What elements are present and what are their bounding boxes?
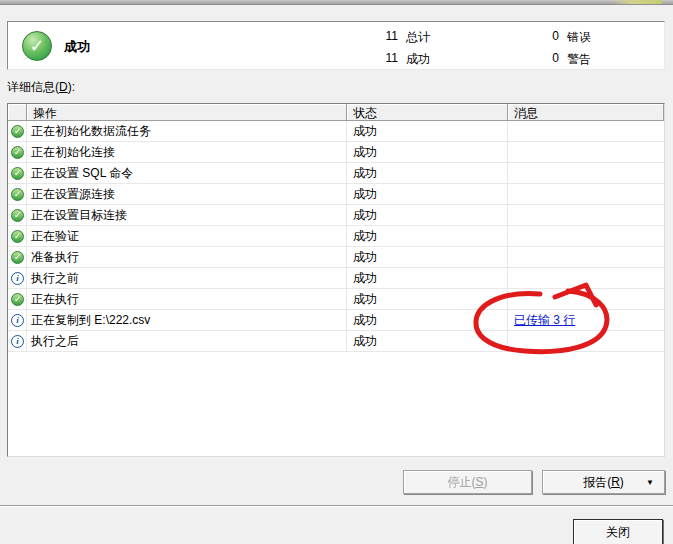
row-message	[508, 142, 664, 163]
row-message	[508, 163, 664, 184]
status-title: 成功	[64, 38, 90, 56]
stat-success: 11 成功	[368, 51, 430, 66]
stat-success-value: 11	[368, 51, 398, 66]
row-status: 成功	[347, 247, 508, 268]
success-check-icon: ✓	[11, 188, 24, 201]
report-button-mnemonic: R	[611, 475, 620, 489]
listview-header: 操作 状态 消息	[8, 104, 664, 121]
success-check-icon: ✓	[11, 146, 24, 159]
stop-button-label-pre: 停止(	[447, 475, 475, 489]
window-top-edge	[0, 0, 673, 5]
row-operation: 正在执行	[27, 289, 347, 310]
success-check-icon: ✓	[22, 31, 52, 61]
stat-error: 0 错误	[529, 29, 591, 44]
success-check-icon: ✓	[11, 125, 24, 138]
row-message	[508, 205, 664, 226]
row-status: 成功	[347, 289, 508, 310]
stat-warning-label: 警告	[567, 51, 591, 66]
report-button[interactable]: 报告(R) ▼	[542, 470, 665, 494]
stat-warning-value: 0	[529, 51, 559, 66]
stat-error-value: 0	[529, 29, 559, 44]
table-row[interactable]: ✓ 正在执行 成功	[8, 289, 664, 310]
row-status: 成功	[347, 142, 508, 163]
table-row[interactable]: ✓ 正在设置 SQL 命令 成功	[8, 163, 664, 184]
row-operation: 正在设置 SQL 命令	[27, 163, 347, 184]
table-row[interactable]: ✓ 准备执行 成功	[8, 247, 664, 268]
table-row-copy-to-csv[interactable]: i 正在复制到 E:\222.csv 成功 已传输 3 行	[8, 310, 664, 331]
details-label-mnemonic: D	[59, 80, 68, 94]
summary-panel: ✓ 成功 11 总计 11 成功 0 错误 0 警告	[7, 21, 665, 70]
row-message	[508, 226, 664, 247]
stat-warning: 0 警告	[529, 51, 591, 66]
table-row[interactable]: i 执行之后 成功	[8, 331, 664, 352]
table-row[interactable]: ✓ 正在初始化数据流任务 成功	[8, 121, 664, 142]
row-status: 成功	[347, 331, 508, 352]
progress-dialog: { "summary": { "status_label": "成功", "st…	[0, 0, 673, 544]
row-operation: 正在设置源连接	[27, 184, 347, 205]
bottom-divider	[0, 505, 673, 507]
stat-total-value: 11	[368, 29, 398, 44]
success-check-icon: ✓	[11, 251, 24, 264]
row-operation: 正在设置目标连接	[27, 205, 347, 226]
success-check-icon: ✓	[11, 230, 24, 243]
table-row[interactable]: i 执行之前 成功	[8, 268, 664, 289]
window-top-edge-highlight	[612, 0, 662, 4]
stop-button[interactable]: 停止(S)	[403, 470, 532, 494]
table-row[interactable]: ✓ 正在初始化连接 成功	[8, 142, 664, 163]
row-message	[508, 289, 664, 310]
row-message	[508, 184, 664, 205]
row-message	[508, 121, 664, 142]
details-listview: 操作 状态 消息 ✓ 正在初始化数据流任务 成功 ✓ 正在初始化连接 成功 ✓ …	[7, 103, 665, 457]
stat-error-label: 错误	[567, 29, 591, 44]
stat-total: 11 总计	[368, 29, 430, 44]
row-operation: 正在验证	[27, 226, 347, 247]
row-operation: 执行之前	[27, 268, 347, 289]
row-operation: 正在初始化连接	[27, 142, 347, 163]
column-header-message[interactable]: 消息	[508, 104, 664, 121]
close-button[interactable]: 关闭	[573, 519, 663, 544]
details-label-pre: 详细信息(	[7, 80, 59, 94]
close-button-label: 关闭	[606, 524, 630, 541]
success-check-icon: ✓	[11, 293, 24, 306]
row-status: 成功	[347, 163, 508, 184]
column-header-operation[interactable]: 操作	[27, 104, 347, 121]
column-header-icon[interactable]	[8, 104, 27, 121]
row-status: 成功	[347, 205, 508, 226]
report-button-label-pre: 报告(	[583, 475, 611, 489]
row-operation: 正在初始化数据流任务	[27, 121, 347, 142]
table-row[interactable]: ✓ 正在设置源连接 成功	[8, 184, 664, 205]
success-check-icon: ✓	[11, 209, 24, 222]
row-operation: 准备执行	[27, 247, 347, 268]
row-status: 成功	[347, 121, 508, 142]
table-row[interactable]: ✓ 正在验证 成功	[8, 226, 664, 247]
stat-success-label: 成功	[406, 51, 430, 66]
row-status: 成功	[347, 226, 508, 247]
row-message	[508, 331, 664, 352]
row-status: 成功	[347, 310, 508, 331]
info-icon: i	[11, 314, 24, 327]
stop-button-label-post: )	[484, 475, 488, 489]
column-header-status[interactable]: 状态	[347, 104, 508, 121]
row-status: 成功	[347, 268, 508, 289]
row-status: 成功	[347, 184, 508, 205]
table-row[interactable]: ✓ 正在设置目标连接 成功	[8, 205, 664, 226]
info-icon: i	[11, 335, 24, 348]
chevron-down-icon[interactable]: ▼	[646, 479, 654, 487]
row-operation: 执行之后	[27, 331, 347, 352]
details-label-post: ):	[68, 80, 75, 94]
row-operation: 正在复制到 E:\222.csv	[27, 310, 347, 331]
info-icon: i	[11, 272, 24, 285]
stop-button-mnemonic: S	[475, 475, 483, 489]
rows-transferred-link[interactable]: 已传输 3 行	[514, 312, 575, 329]
details-label: 详细信息(D):	[7, 79, 75, 96]
row-message	[508, 247, 664, 268]
report-button-label-post: )	[620, 475, 624, 489]
row-message	[508, 268, 664, 289]
success-check-icon: ✓	[11, 167, 24, 180]
stat-total-label: 总计	[406, 29, 430, 44]
